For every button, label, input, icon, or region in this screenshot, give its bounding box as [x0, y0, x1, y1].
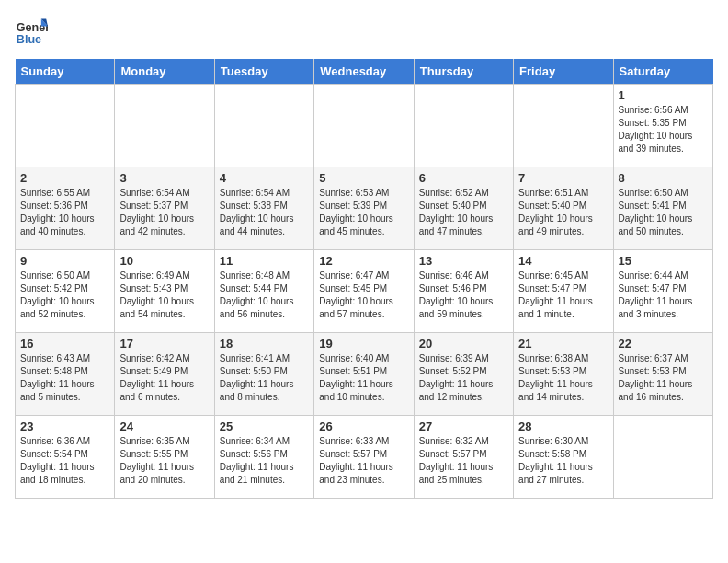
logo-icon: General Blue [15, 15, 48, 48]
day-info: Sunrise: 6:44 AM Sunset: 5:47 PM Dayligh… [619, 270, 708, 321]
calendar-cell: 23Sunrise: 6:36 AM Sunset: 5:54 PM Dayli… [16, 416, 115, 499]
calendar-cell: 25Sunrise: 6:34 AM Sunset: 5:56 PM Dayli… [214, 416, 313, 499]
calendar-cell: 4Sunrise: 6:54 AM Sunset: 5:38 PM Daylig… [214, 167, 313, 250]
calendar-cell: 3Sunrise: 6:54 AM Sunset: 5:37 PM Daylig… [115, 167, 214, 250]
calendar-cell: 22Sunrise: 6:37 AM Sunset: 5:53 PM Dayli… [613, 333, 712, 416]
calendar-week-2: 2Sunrise: 6:55 AM Sunset: 5:36 PM Daylig… [16, 167, 713, 250]
day-info: Sunrise: 6:50 AM Sunset: 5:41 PM Dayligh… [619, 187, 708, 238]
day-info: Sunrise: 6:35 AM Sunset: 5:55 PM Dayligh… [119, 435, 209, 487]
day-info: Sunrise: 6:55 AM Sunset: 5:36 PM Dayligh… [20, 187, 109, 238]
calendar-cell [314, 85, 414, 167]
day-info: Sunrise: 6:50 AM Sunset: 5:42 PM Dayligh… [20, 270, 109, 321]
calendar-cell: 12Sunrise: 6:47 AM Sunset: 5:45 PM Dayli… [314, 250, 414, 333]
day-info: Sunrise: 6:43 AM Sunset: 5:48 PM Dayligh… [20, 352, 109, 404]
calendar-cell [16, 85, 115, 167]
day-info: Sunrise: 6:52 AM Sunset: 5:40 PM Dayligh… [419, 187, 508, 238]
calendar-cell: 9Sunrise: 6:50 AM Sunset: 5:42 PM Daylig… [16, 250, 115, 333]
weekday-header-monday: Monday [115, 59, 214, 85]
day-number: 17 [119, 337, 209, 350]
calendar-cell: 16Sunrise: 6:43 AM Sunset: 5:48 PM Dayli… [16, 333, 115, 416]
day-info: Sunrise: 6:47 AM Sunset: 5:45 PM Dayligh… [319, 270, 408, 321]
weekday-header-saturday: Saturday [613, 59, 712, 85]
calendar-cell: 1Sunrise: 6:56 AM Sunset: 5:35 PM Daylig… [613, 85, 712, 167]
day-info: Sunrise: 6:34 AM Sunset: 5:56 PM Dayligh… [220, 435, 309, 487]
calendar-cell: 21Sunrise: 6:38 AM Sunset: 5:53 PM Dayli… [514, 333, 613, 416]
day-number: 24 [119, 419, 209, 433]
svg-text:Blue: Blue [17, 33, 41, 46]
weekday-header-thursday: Thursday [414, 59, 513, 85]
day-number: 16 [20, 337, 109, 350]
calendar-week-5: 23Sunrise: 6:36 AM Sunset: 5:54 PM Dayli… [16, 416, 713, 499]
day-info: Sunrise: 6:45 AM Sunset: 5:47 PM Dayligh… [518, 270, 608, 321]
calendar-table: SundayMondayTuesdayWednesdayThursdayFrid… [15, 59, 713, 499]
day-info: Sunrise: 6:38 AM Sunset: 5:53 PM Dayligh… [518, 352, 608, 404]
weekday-header-tuesday: Tuesday [214, 59, 313, 85]
calendar-cell: 2Sunrise: 6:55 AM Sunset: 5:36 PM Daylig… [16, 167, 115, 250]
day-number: 9 [20, 254, 109, 268]
day-number: 13 [419, 254, 508, 268]
day-number: 7 [518, 171, 608, 185]
day-number: 18 [220, 337, 309, 350]
day-info: Sunrise: 6:42 AM Sunset: 5:49 PM Dayligh… [119, 352, 209, 404]
day-info: Sunrise: 6:33 AM Sunset: 5:57 PM Dayligh… [319, 435, 408, 487]
day-number: 19 [319, 337, 408, 350]
day-number: 15 [619, 254, 708, 268]
day-number: 6 [419, 171, 508, 185]
day-number: 21 [518, 337, 608, 350]
calendar-cell: 19Sunrise: 6:40 AM Sunset: 5:51 PM Dayli… [314, 333, 414, 416]
day-number: 28 [518, 419, 608, 433]
calendar-cell [414, 85, 513, 167]
day-number: 11 [220, 254, 309, 268]
calendar-cell: 6Sunrise: 6:52 AM Sunset: 5:40 PM Daylig… [414, 167, 513, 250]
day-info: Sunrise: 6:32 AM Sunset: 5:57 PM Dayligh… [419, 435, 508, 487]
day-info: Sunrise: 6:36 AM Sunset: 5:54 PM Dayligh… [20, 435, 109, 487]
day-number: 25 [220, 419, 309, 433]
day-info: Sunrise: 6:48 AM Sunset: 5:44 PM Dayligh… [220, 270, 309, 321]
calendar-cell: 20Sunrise: 6:39 AM Sunset: 5:52 PM Dayli… [414, 333, 513, 416]
weekday-header-friday: Friday [514, 59, 613, 85]
day-info: Sunrise: 6:41 AM Sunset: 5:50 PM Dayligh… [220, 352, 309, 404]
weekday-row: SundayMondayTuesdayWednesdayThursdayFrid… [16, 59, 713, 85]
weekday-header-sunday: Sunday [16, 59, 115, 85]
calendar-cell: 26Sunrise: 6:33 AM Sunset: 5:57 PM Dayli… [314, 416, 414, 499]
calendar-cell: 24Sunrise: 6:35 AM Sunset: 5:55 PM Dayli… [115, 416, 214, 499]
calendar-cell: 5Sunrise: 6:53 AM Sunset: 5:39 PM Daylig… [314, 167, 414, 250]
day-number: 20 [419, 337, 508, 350]
day-number: 5 [319, 171, 408, 185]
day-info: Sunrise: 6:51 AM Sunset: 5:40 PM Dayligh… [518, 187, 608, 238]
day-info: Sunrise: 6:40 AM Sunset: 5:51 PM Dayligh… [319, 352, 408, 404]
day-number: 2 [20, 171, 109, 185]
day-number: 3 [119, 171, 209, 185]
page-header: General Blue [15, 15, 713, 48]
day-number: 4 [220, 171, 309, 185]
day-number: 26 [319, 419, 408, 433]
calendar-body: 1Sunrise: 6:56 AM Sunset: 5:35 PM Daylig… [16, 85, 713, 499]
day-info: Sunrise: 6:46 AM Sunset: 5:46 PM Dayligh… [419, 270, 508, 321]
calendar-cell [613, 416, 712, 499]
day-info: Sunrise: 6:39 AM Sunset: 5:52 PM Dayligh… [419, 352, 508, 404]
day-number: 12 [319, 254, 408, 268]
calendar-cell [514, 85, 613, 167]
day-number: 14 [518, 254, 608, 268]
calendar-cell: 8Sunrise: 6:50 AM Sunset: 5:41 PM Daylig… [613, 167, 712, 250]
day-number: 23 [20, 419, 109, 433]
calendar-cell: 18Sunrise: 6:41 AM Sunset: 5:50 PM Dayli… [214, 333, 313, 416]
calendar-week-4: 16Sunrise: 6:43 AM Sunset: 5:48 PM Dayli… [16, 333, 713, 416]
day-number: 1 [619, 88, 708, 102]
day-info: Sunrise: 6:30 AM Sunset: 5:58 PM Dayligh… [518, 435, 608, 487]
calendar-cell: 10Sunrise: 6:49 AM Sunset: 5:43 PM Dayli… [115, 250, 214, 333]
calendar-cell [115, 85, 214, 167]
calendar-cell: 7Sunrise: 6:51 AM Sunset: 5:40 PM Daylig… [514, 167, 613, 250]
day-info: Sunrise: 6:56 AM Sunset: 5:35 PM Dayligh… [619, 104, 708, 155]
calendar-cell: 14Sunrise: 6:45 AM Sunset: 5:47 PM Dayli… [514, 250, 613, 333]
calendar-cell [214, 85, 313, 167]
calendar-cell: 27Sunrise: 6:32 AM Sunset: 5:57 PM Dayli… [414, 416, 513, 499]
calendar-cell: 11Sunrise: 6:48 AM Sunset: 5:44 PM Dayli… [214, 250, 313, 333]
day-number: 8 [619, 171, 708, 185]
calendar-week-3: 9Sunrise: 6:50 AM Sunset: 5:42 PM Daylig… [16, 250, 713, 333]
calendar-cell: 28Sunrise: 6:30 AM Sunset: 5:58 PM Dayli… [514, 416, 613, 499]
day-info: Sunrise: 6:49 AM Sunset: 5:43 PM Dayligh… [119, 270, 209, 321]
day-number: 27 [419, 419, 508, 433]
calendar-week-1: 1Sunrise: 6:56 AM Sunset: 5:35 PM Daylig… [16, 85, 713, 167]
day-info: Sunrise: 6:53 AM Sunset: 5:39 PM Dayligh… [319, 187, 408, 238]
